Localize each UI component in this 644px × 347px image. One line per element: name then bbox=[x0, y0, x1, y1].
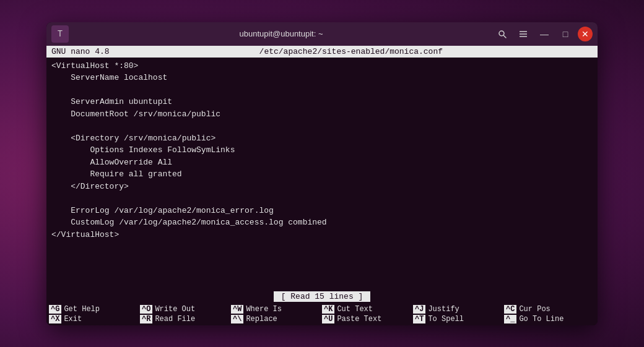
menu-button[interactable] bbox=[515, 25, 532, 43]
window-controls: — □ ✕ bbox=[494, 25, 593, 43]
nano-footer: ^G Get Help ^O Write Out ^W Where Is ^K … bbox=[46, 303, 598, 325]
maximize-icon: □ bbox=[563, 29, 568, 39]
status-text: [ Read 15 lines ] bbox=[274, 291, 371, 302]
nano-version: GNU nano 4.8 bbox=[51, 47, 110, 56]
key-replace: ^\ bbox=[231, 315, 243, 323]
key-exit: ^X bbox=[49, 315, 61, 323]
key-read-file: ^R bbox=[140, 315, 152, 323]
footer-item-to-spell: ^T To Spell bbox=[413, 315, 504, 323]
label-get-help: Get Help bbox=[64, 305, 100, 314]
label-paste-text: Paste Text bbox=[337, 315, 381, 323]
key-cur-pos: ^C bbox=[504, 305, 516, 314]
footer-item-go-to-line: ^_ Go To Line bbox=[504, 315, 595, 323]
footer-item-justify: ^J Justify bbox=[413, 305, 504, 314]
close-button[interactable]: ✕ bbox=[578, 27, 593, 41]
key-to-spell: ^T bbox=[413, 315, 425, 323]
footer-item-get-help: ^G Get Help bbox=[49, 305, 140, 314]
menu-icon bbox=[519, 30, 528, 38]
footer-item-where-is: ^W Where Is bbox=[231, 305, 322, 314]
label-write-out: Write Out bbox=[155, 305, 195, 314]
terminal-area[interactable]: GNU nano 4.8 /etc/apache2/sites-enabled/… bbox=[46, 46, 598, 325]
key-go-to-line: ^_ bbox=[504, 315, 516, 323]
footer-item-read-file: ^R Read File bbox=[140, 315, 231, 323]
maximize-button[interactable]: □ bbox=[557, 25, 574, 43]
label-cut-text: Cut Text bbox=[337, 305, 373, 314]
footer-item-exit: ^X Exit bbox=[49, 315, 140, 323]
label-to-spell: To Spell bbox=[428, 315, 464, 323]
status-bar: [ Read 15 lines ] bbox=[46, 290, 598, 303]
icon-symbol: T bbox=[58, 29, 63, 39]
footer-row-2: ^X Exit ^R Read File ^\ Replace ^U Paste… bbox=[46, 314, 598, 324]
editor-content: <VirtualHost *:80> ServerName localhost … bbox=[46, 60, 598, 241]
footer-item-paste-text: ^U Paste Text bbox=[322, 315, 413, 323]
nano-editor[interactable]: <VirtualHost *:80> ServerName localhost … bbox=[46, 58, 598, 290]
terminal-window: T ubuntupit@ubuntupit: ~ — bbox=[46, 22, 598, 325]
svg-line-1 bbox=[504, 35, 507, 38]
search-icon bbox=[498, 30, 507, 38]
nano-filename: /etc/apache2/sites-enabled/monica.conf bbox=[259, 47, 443, 56]
close-icon: ✕ bbox=[581, 29, 589, 39]
titlebar: T ubuntupit@ubuntupit: ~ — bbox=[46, 22, 598, 46]
minimize-button[interactable]: — bbox=[536, 25, 553, 43]
label-where-is: Where Is bbox=[246, 305, 282, 314]
key-paste-text: ^U bbox=[322, 315, 334, 323]
key-write-out: ^O bbox=[140, 305, 152, 314]
nano-header: GNU nano 4.8 /etc/apache2/sites-enabled/… bbox=[46, 46, 598, 58]
footer-item-cur-pos: ^C Cur Pos bbox=[504, 305, 595, 314]
footer-item-replace: ^\ Replace bbox=[231, 315, 322, 323]
titlebar-left: T bbox=[51, 25, 69, 43]
terminal-icon: T bbox=[51, 25, 69, 43]
label-go-to-line: Go To Line bbox=[519, 315, 564, 323]
label-justify: Justify bbox=[428, 305, 459, 314]
footer-row-1: ^G Get Help ^O Write Out ^W Where Is ^K … bbox=[46, 304, 598, 314]
label-exit: Exit bbox=[64, 315, 82, 323]
key-cut-text: ^K bbox=[322, 305, 334, 314]
search-button[interactable] bbox=[494, 25, 511, 43]
label-replace: Replace bbox=[246, 315, 277, 323]
footer-item-cut-text: ^K Cut Text bbox=[322, 305, 413, 314]
window-title: ubuntupit@ubuntupit: ~ bbox=[69, 29, 494, 38]
key-justify: ^J bbox=[413, 305, 425, 314]
label-cur-pos: Cur Pos bbox=[519, 305, 550, 314]
key-get-help: ^G bbox=[49, 305, 61, 314]
key-where-is: ^W bbox=[231, 305, 243, 314]
footer-item-write-out: ^O Write Out bbox=[140, 305, 231, 314]
svg-point-0 bbox=[499, 31, 504, 36]
minimize-icon: — bbox=[540, 29, 549, 39]
label-read-file: Read File bbox=[155, 315, 195, 323]
